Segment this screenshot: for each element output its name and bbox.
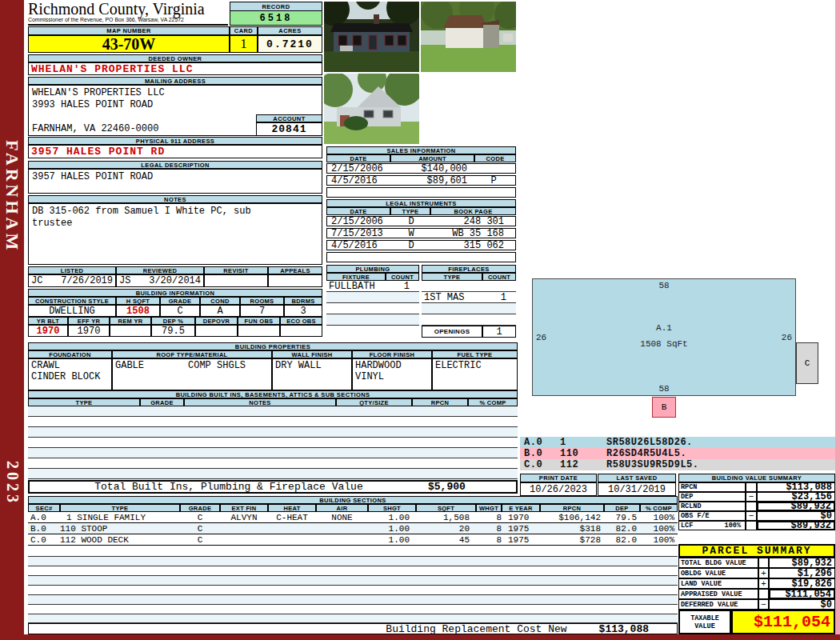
sales-col-headers: DATE AMOUNT CODE	[326, 154, 516, 162]
fuel-type-value: ELECTRIC	[432, 358, 518, 390]
empty-row	[28, 417, 518, 427]
listed-header: LISTED	[28, 266, 116, 274]
revisit-value	[204, 274, 268, 287]
empty-row	[422, 281, 516, 292]
last-saved-value: 10/31/2019	[598, 482, 676, 496]
floor-finish-header: FLOOR FINISH	[352, 350, 432, 358]
sketch-section-c: C	[796, 342, 818, 384]
sales-row	[326, 187, 516, 198]
sidebar: FARNHAM 2023	[0, 0, 24, 640]
bottom-edge-strip	[0, 634, 840, 640]
fireplace-openings-row: OPENINGS 1	[422, 326, 516, 338]
title-block: Richmond County, Virginia Commissioner o…	[28, 2, 228, 26]
building-section-row: A.0 1 SINGLE FAMILY C ALVYN C-HEAT NONE …	[28, 512, 678, 523]
legal-instrument-row: 2/15/2006 D 248 301	[326, 216, 516, 226]
li-date-header: DATE	[326, 207, 390, 215]
appeals-header: APPEALS	[268, 266, 322, 274]
last-saved-header: LAST SAVED	[598, 474, 676, 482]
empty-row	[326, 292, 419, 303]
li-bookpage-header: BOOK PAGE	[430, 207, 516, 215]
parcel-summary-header: PARCEL SUMMARY	[678, 544, 835, 558]
openings-value: 1	[482, 326, 516, 338]
reviewed-date: 3/20/2014	[149, 275, 201, 286]
wall-finish-value: DRY WALL	[272, 358, 352, 390]
notes-block: DB 315-062 from Samuel I White PC, sub t…	[28, 203, 322, 265]
sales-row: 4/5/2016 $89,601 P	[326, 175, 516, 186]
bi-qty-header: QTY/SIZE	[336, 398, 412, 406]
li-type-header: TYPE	[390, 207, 430, 215]
listed-value: JC7/26/2019	[28, 274, 116, 287]
fuel-type-header: FUEL TYPE	[432, 350, 518, 358]
funobs-header: FUN OBS	[238, 317, 280, 325]
bi-type-header: TYPE	[28, 398, 140, 406]
card-header: CARD	[230, 26, 258, 35]
dep-pct-value: 79.5	[151, 325, 195, 337]
empty-row	[28, 586, 678, 595]
commissioner-line: Commissioner of the Revenue, PO Box 366,…	[28, 17, 228, 22]
reviewed-header: REVIEWED	[116, 266, 204, 274]
depovr-header: DEPOVR	[195, 317, 238, 325]
empty-row	[422, 303, 516, 314]
legal-instruments-col-headers: DATE TYPE BOOK PAGE	[326, 207, 516, 215]
building-section-row: C.0 112 WOOD DECK C 1.00 45 8 1975 $728 …	[28, 534, 678, 546]
card-value: 1	[230, 35, 258, 53]
sketch-area-code: A.1	[533, 323, 795, 333]
effyr-header: EFF YR	[68, 317, 110, 325]
effyr-value: 1970	[68, 325, 110, 337]
empty-row	[28, 576, 678, 586]
empty-row	[28, 566, 678, 576]
review-values: JC7/26/2019 JS3/20/2014	[28, 274, 322, 287]
listed-by: JC	[31, 275, 42, 286]
legal-description-header: LEGAL DESCRIPTION	[28, 161, 322, 169]
remyr-header: REM YR	[110, 317, 151, 325]
reviewed-by: JS	[119, 275, 130, 286]
record-header: RECORD	[230, 2, 322, 11]
plumbing-count-header: COUNT	[386, 273, 419, 281]
sketch-canvas: 58 58 26 26 A.1 1508 SqFt C B	[520, 272, 835, 430]
empty-row	[422, 314, 516, 326]
sketch-legend-row-a: A.0 1 SR58U26L58D26.	[520, 437, 835, 448]
legal-instrument-row	[326, 252, 516, 262]
listed-date: 7/26/2019	[61, 275, 113, 286]
rooms-value: 7	[240, 305, 284, 317]
physical-address-value: 3957 HALES POINT RD	[28, 145, 322, 158]
parcel-row-obldg: OBLDG VALUE + $1,296	[678, 568, 835, 578]
mailing-line-2: 3993 HALES POINT ROAD	[32, 99, 318, 111]
building-section-row: B.0 110 STOOP C 1.00 20 8 1975 $318 82.0…	[28, 523, 678, 534]
funobs-value	[238, 325, 280, 337]
yrblt-value: 1970	[28, 325, 68, 337]
sketch-dim-top: 58	[533, 281, 795, 290]
legal-description-value: 3957 HALES POINT ROAD	[28, 169, 322, 194]
replacement-cost-row: Building Replacement Cost New $113,088	[28, 623, 678, 634]
foundation-header: FOUNDATION	[28, 350, 112, 358]
property-record-card: FARNHAM 2023 Richmond County, Virginia C…	[0, 0, 840, 640]
photo-house-side[interactable]	[324, 74, 419, 144]
parcel-row-land: LAND VALUE + $19,826	[678, 578, 835, 589]
bi-comp-header: % COMP	[468, 398, 518, 406]
revisit-header: REVISIT	[204, 266, 268, 274]
physical-address-header: PHYSICAL 911 ADDRESS	[28, 137, 322, 145]
ecoobs-header: ECO OBS	[280, 317, 322, 325]
fireplaces-header: FIREPLACES	[422, 265, 516, 273]
notes-header: NOTES	[28, 195, 322, 203]
built-ins-col-headers: TYPE GRADE NOTES QTY/SIZE RPCN % COMP	[28, 398, 518, 406]
bvs-row-lcf: LCF100% $89,932	[678, 521, 835, 530]
print-date-value: 10/26/2023	[520, 482, 597, 496]
sketch-legend-row-c: C.0 112 R58U3SU9R5D9L5.	[520, 459, 835, 470]
photo-shed[interactable]	[421, 2, 516, 72]
plumbing-col-headers: FIXTURE COUNT	[326, 273, 419, 281]
deeded-owner-value: WHELAN'S PROPERTIES LLC	[28, 62, 322, 75]
sketch-dim-bottom: 58	[533, 384, 795, 394]
foundation-value: CRAWLCINDER BLOCK	[28, 358, 112, 390]
photo-house-front[interactable]	[324, 2, 419, 72]
notes-line-2: trustee	[32, 218, 318, 230]
district-label: FARNHAM	[0, 117, 24, 277]
building-info-header: BUILDING INFORMATION	[28, 289, 322, 297]
fireplaces-col-headers: TYPE COUNT	[422, 273, 516, 281]
bvs-row-rclnd: RCLND $89,932	[678, 502, 835, 511]
built-ins-total-row: Total Built Ins, Plumbing & Fireplace Va…	[28, 480, 518, 494]
sketch-legend-row-b: B.0 110 R26SD4R5U4L5.	[520, 448, 835, 459]
sales-amount-header: AMOUNT	[390, 154, 474, 162]
empty-row	[28, 458, 518, 469]
building-sections-header: BUILDING SECTIONS	[28, 496, 678, 504]
